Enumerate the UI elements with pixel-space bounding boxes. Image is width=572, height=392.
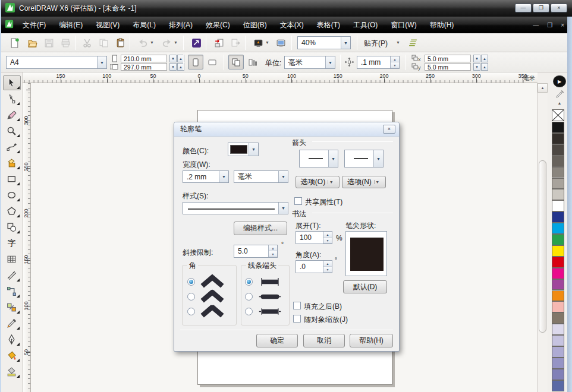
page-width-spinner[interactable]: ▼▲ xyxy=(169,55,184,62)
palette-swatch-taupe[interactable] xyxy=(552,312,564,324)
palette-swatch-blue[interactable] xyxy=(552,211,564,223)
palette-swatch-magenta[interactable] xyxy=(552,268,564,279)
stretch-field[interactable]: 100 ▲▼ xyxy=(296,231,332,244)
page-preset-combo[interactable]: A4▼ xyxy=(6,56,107,69)
palette-swatch-cyan[interactable] xyxy=(552,223,564,234)
rectangle-tool[interactable] xyxy=(3,172,21,186)
menu-item-edit[interactable]: 编辑(E) xyxy=(52,18,89,33)
width-units-combo[interactable]: 毫米▼ xyxy=(234,170,288,183)
duplicate-y-spinner[interactable]: ▼▲ xyxy=(473,63,488,71)
corner-round-radio[interactable] xyxy=(187,293,195,301)
chevron-down-icon[interactable]: ▼ xyxy=(278,203,288,214)
basic-shapes-tool[interactable] xyxy=(3,220,21,235)
redo-dropdown-icon[interactable]: ▼ xyxy=(172,40,179,45)
all-pages-button[interactable] xyxy=(228,55,244,69)
shape-tool[interactable] xyxy=(3,91,21,106)
interactive-fill-tool[interactable] xyxy=(3,364,21,379)
palette-swatch-black[interactable] xyxy=(552,122,564,133)
horizontal-ruler[interactable]: 毫米 15010050050100150200250300350 xyxy=(23,72,538,83)
dialog-close-button[interactable]: × xyxy=(383,125,395,134)
freehand-tool[interactable] xyxy=(3,140,21,154)
app-launcher-dropdown-icon[interactable]: ▼ xyxy=(264,40,271,45)
paste-icon[interactable] xyxy=(113,36,127,50)
close-button[interactable]: × xyxy=(551,4,567,12)
outline-color-picker[interactable]: ▼ xyxy=(228,143,259,156)
dialog-title-bar[interactable]: 轮廓笔 xyxy=(174,122,399,137)
width-combo[interactable]: .2 mm▼ xyxy=(183,170,229,183)
menu-item-view[interactable]: 视图(V) xyxy=(89,18,126,33)
corner-bevel-radio[interactable] xyxy=(187,308,195,315)
chevron-down-icon[interactable]: ▼ xyxy=(219,171,228,182)
title-bar[interactable]: CorelDRAW X6 (评估版) - [未命名 -1] — ❐ × xyxy=(1,0,572,17)
menu-item-arrange[interactable]: 排列(A) xyxy=(162,18,199,33)
welcome-screen-icon[interactable] xyxy=(274,36,288,50)
current-page-button[interactable] xyxy=(245,55,260,69)
end-arrowhead-combo[interactable]: ▼ xyxy=(344,150,384,167)
menu-item-bitmaps[interactable]: 位图(B) xyxy=(237,18,274,33)
angle-field[interactable]: .0 ▲▼ xyxy=(296,260,332,273)
chevron-down-icon[interactable]: ▼ xyxy=(278,171,288,182)
zoom-level-combo[interactable]: 40%▼ xyxy=(297,36,351,49)
dimension-tool[interactable] xyxy=(3,268,21,283)
menu-item-window[interactable]: 窗口(W) xyxy=(384,18,423,33)
text-tool[interactable]: 字 xyxy=(3,236,21,251)
nudge-offset-field[interactable]: .1 mm ▲▼ xyxy=(357,56,400,69)
palette-swatch-no-color[interactable] xyxy=(552,109,564,121)
palette-swatch-white[interactable] xyxy=(552,200,564,211)
nudge-spinner[interactable]: ▲▼ xyxy=(390,56,399,68)
duplicate-x-spinner[interactable]: ▼▲ xyxy=(473,55,488,62)
blend-tool[interactable] xyxy=(3,300,21,315)
maximize-button[interactable]: ❐ xyxy=(533,4,549,12)
snap-options-icon[interactable] xyxy=(406,36,420,50)
doc-minimize-button[interactable]: — xyxy=(529,22,543,29)
palette-swatch-blue-violet[interactable] xyxy=(552,380,564,391)
menu-item-layout[interactable]: 布局(L) xyxy=(126,18,162,33)
new-icon[interactable] xyxy=(7,36,21,50)
scale-with-object-checkbox[interactable] xyxy=(293,315,301,323)
app-launcher-icon[interactable] xyxy=(251,36,265,50)
menu-item-help[interactable]: 帮助(H) xyxy=(423,18,461,33)
outline-pen-tool[interactable] xyxy=(3,332,21,347)
open-icon[interactable] xyxy=(25,36,39,50)
palette-swatch-yellow[interactable] xyxy=(552,245,564,257)
save-icon[interactable] xyxy=(42,36,56,50)
corner-miter-radio[interactable] xyxy=(187,278,195,286)
snap-to-label[interactable]: 贴齐(P) xyxy=(364,39,388,49)
palette-swatch-purple[interactable] xyxy=(552,279,564,290)
duplicate-y-field[interactable]: 5.0 mm xyxy=(425,63,471,71)
palette-swatch-lavender-1[interactable] xyxy=(552,324,564,335)
cut-icon[interactable] xyxy=(80,36,94,50)
menu-item-text[interactable]: 文本(X) xyxy=(274,18,310,33)
units-combo[interactable]: 毫米▼ xyxy=(284,56,335,69)
palette-swatch-red[interactable] xyxy=(552,257,564,268)
search-replace-icon[interactable] xyxy=(189,36,203,50)
chevron-down-icon[interactable]: ▼ xyxy=(97,56,106,68)
chevron-down-icon[interactable]: ▼ xyxy=(341,37,350,49)
scrollbar-thumb[interactable] xyxy=(539,160,546,333)
doc-restore-button[interactable]: ❐ xyxy=(543,22,557,29)
palette-flyout-button[interactable]: ▶ xyxy=(553,75,566,87)
palette-swatch-green[interactable] xyxy=(552,234,564,245)
snap-dropdown-icon[interactable]: ▼ xyxy=(395,40,401,45)
palette-swatch-80-black[interactable] xyxy=(552,144,564,156)
vertical-scrollbar[interactable]: ▲ xyxy=(537,83,548,392)
cap-square-radio[interactable] xyxy=(245,308,253,315)
chevron-down-icon[interactable]: ▼ xyxy=(328,150,338,167)
page-height-spinner[interactable]: ▼▲ xyxy=(169,63,184,71)
default-button[interactable]: 默认(D) xyxy=(343,280,387,293)
duplicate-x-field[interactable]: 5.0 mm xyxy=(425,55,471,62)
crop-tool[interactable] xyxy=(3,108,21,122)
menu-item-tools[interactable]: 工具(O) xyxy=(347,18,384,33)
miter-limit-field[interactable]: 5.0 ▲▼ xyxy=(234,245,278,258)
vertical-ruler[interactable]: 30025020015010050 xyxy=(23,83,31,392)
export-icon[interactable] xyxy=(228,36,243,50)
fill-tool[interactable] xyxy=(3,348,21,363)
polygon-tool[interactable] xyxy=(3,204,21,219)
palette-swatch-10-black[interactable] xyxy=(552,189,564,200)
options-right-button[interactable]: 选项(N) ▼ xyxy=(342,176,386,188)
palette-swatch-90-black[interactable] xyxy=(552,133,564,144)
minimize-button[interactable]: — xyxy=(515,4,532,12)
smart-fill-tool[interactable] xyxy=(3,156,21,170)
ok-button[interactable]: 确定 xyxy=(256,334,298,347)
chevron-down-icon[interactable]: ▼ xyxy=(325,56,335,68)
